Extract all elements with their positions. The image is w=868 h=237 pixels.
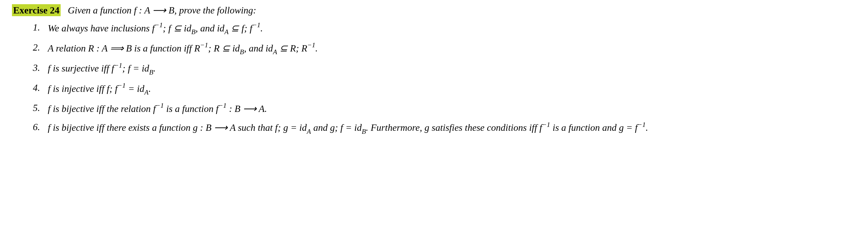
item-text: f is bijective iff there exists a functi… — [48, 122, 648, 133]
item-text: A relation R : A ⟹ B is a function iff R… — [48, 43, 318, 54]
item-text: f is surjective iff f−1; f = idB. — [48, 63, 156, 74]
item-number: 1. — [33, 21, 40, 34]
item-number: 5. — [33, 101, 40, 114]
list-item: 5. f is bijective iff the relation f−1 i… — [33, 101, 856, 115]
item-number: 2. — [33, 41, 40, 54]
item-text: f is injective iff f; f−1 = idA. — [48, 83, 151, 94]
list-item: 6. f is bijective iff there exists a fun… — [33, 120, 856, 136]
exercise-intro: Given a function f : A ⟶ B, prove the fo… — [63, 5, 256, 16]
item-number: 6. — [33, 120, 40, 134]
item-number: 4. — [33, 81, 40, 95]
item-number: 3. — [33, 61, 40, 75]
exercise-list: 1. We always have inclusions f−1; f ⊆ id… — [12, 21, 856, 136]
exercise-label: Exercise 24 — [12, 4, 61, 16]
list-item: 1. We always have inclusions f−1; f ⊆ id… — [33, 21, 856, 36]
list-item: 2. A relation R : A ⟹ B is a function if… — [33, 41, 856, 56]
item-text: We always have inclusions f−1; f ⊆ idB, … — [48, 23, 263, 33]
exercise-header: Exercise 24 Given a function f : A ⟶ B, … — [12, 4, 856, 16]
list-item: 3. f is surjective iff f−1; f = idB. — [33, 61, 856, 76]
item-text: f is bijective iff the relation f−1 is a… — [48, 103, 267, 114]
list-item: 4. f is injective iff f; f−1 = idA. — [33, 81, 856, 96]
